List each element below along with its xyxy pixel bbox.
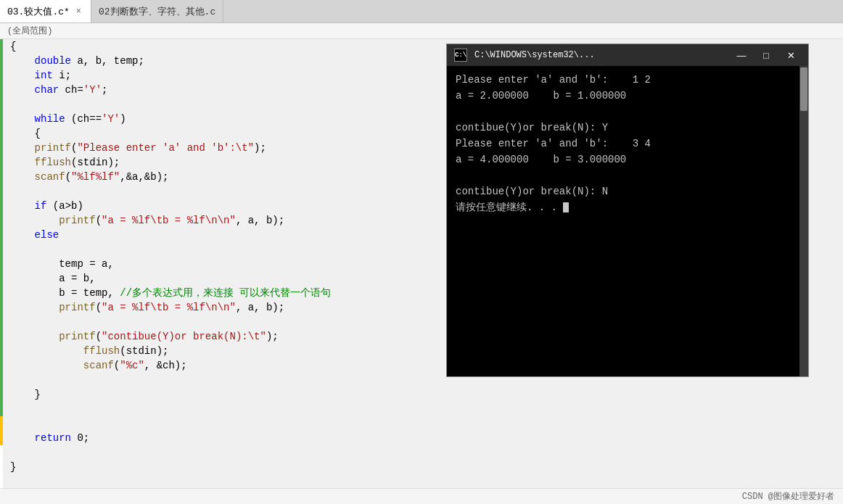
code-line: } — [10, 460, 834, 474]
tab-02-label: 02判断数字、字符、其他.c — [99, 5, 215, 18]
terminal-scrollbar[interactable] — [799, 66, 808, 376]
code-line: return 0; — [10, 431, 834, 445]
code-line: } — [10, 387, 834, 402]
scope-bar: (全局范围) — [0, 23, 843, 39]
terminal-maximize-button[interactable]: □ — [756, 47, 776, 63]
terminal-line: contibue(Y)or break(N): N — [456, 183, 799, 199]
left-indicator-bar — [0, 39, 3, 504]
terminal-minimize-button[interactable]: — — [731, 47, 752, 63]
yellow-indicator — [0, 416, 3, 445]
bottom-bar: CSDN @图像处理爱好者 — [0, 488, 843, 504]
terminal-line — [456, 168, 799, 183]
tab-03[interactable]: 03.较大值.c* × — [0, 0, 91, 22]
tab-03-label: 03.较大值.c* — [7, 5, 70, 18]
terminal-line: a = 2.000000 b = 1.000000 — [456, 88, 799, 104]
terminal-line: a = 4.000000 b = 3.000000 — [456, 152, 799, 168]
watermark: CSDN @图像处理爱好者 — [742, 490, 834, 503]
terminal-window: C:\ C:\WINDOWS\system32\... — □ ✕ Please… — [446, 44, 809, 377]
code-line — [10, 445, 834, 460]
tab-02[interactable]: 02判断数字、字符、其他.c — [91, 0, 223, 22]
terminal-line: 请按任意键继续. . . — [456, 199, 799, 215]
terminal-titlebar: C:\ C:\WINDOWS\system32\... — □ ✕ — [447, 44, 808, 66]
code-scrollbar[interactable] — [834, 39, 843, 504]
terminal-close-button[interactable]: ✕ — [781, 47, 801, 63]
scope-text: (全局范围) — [7, 25, 52, 37]
tab-03-close[interactable]: × — [74, 6, 83, 17]
green-indicator — [0, 39, 3, 416]
code-line — [10, 416, 834, 431]
terminal-content: Please enter 'a' and 'b': 1 2a = 2.00000… — [447, 66, 808, 376]
terminal-line: contibue(Y)or break(N): Y — [456, 120, 799, 136]
terminal-app-icon: C:\ — [454, 49, 467, 62]
terminal-line: Please enter 'a' and 'b': 3 4 — [456, 136, 799, 152]
terminal-title: C:\WINDOWS\system32\... — [474, 50, 727, 60]
terminal-scrollbar-thumb — [800, 67, 807, 111]
terminal-line: Please enter 'a' and 'b': 1 2 — [456, 72, 799, 88]
terminal-line — [456, 104, 799, 120]
terminal-cursor — [563, 202, 569, 212]
code-line — [10, 402, 834, 416]
tab-bar: 03.较大值.c* × 02判断数字、字符、其他.c — [0, 0, 843, 23]
